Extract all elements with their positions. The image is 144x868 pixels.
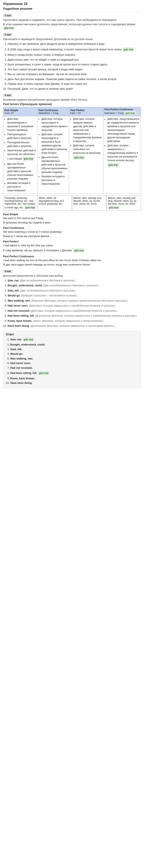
page-title: Упражнение 10: [3, 2, 141, 6]
ex-past-perf-ru: К тому времени, как вы пришли, я поговор…: [3, 248, 141, 253]
ex-past-perf-title: Past Perfect: [3, 240, 141, 243]
sentence-3: Минуту назад Колин сказал «пока» и покин…: [8, 53, 141, 57]
col-past-simple: Past SimpleV-ed, V2: [3, 107, 37, 116]
step4-item-8: Had been sitting, fell. (Длительное дейс…: [8, 314, 141, 318]
ex-past-simple-en: We went to the cinema last Friday.: [3, 216, 141, 220]
watermark-2: gdz.top: [122, 47, 134, 52]
page-container: Упражнение 10 Подробное решение 1 шаг Пр…: [3, 2, 141, 388]
answer-4: Would go.: [10, 352, 138, 356]
ex-past-perf-en: I had talked to John by the time you cam…: [3, 243, 141, 248]
step-3: 3 шаг Вспомним правила употребления прош…: [3, 94, 141, 267]
answer-2: Bought, understood, could.: [10, 343, 138, 347]
answer-5: Was walking, met.: [10, 356, 138, 361]
step-4-badge: 4 шаг: [3, 270, 12, 273]
examples-block: Past Simple We went to the cinema last F…: [3, 213, 141, 267]
tense-table-section: Past tenses (Прошедшее времена) Past Sim…: [3, 102, 141, 211]
sentence-9: Поверь мне, я очень хорошо знаю Джима. Я…: [8, 82, 141, 86]
past-continuous-uses: Действие, которое происходило в определё…: [37, 116, 69, 194]
ex-past-perf-cont-ru: Я два часа ждал своей очереди на почте, …: [3, 262, 141, 267]
step-4-desc: Дополним предложения и объясним наш выбо…: [3, 274, 141, 277]
answer-8: Had been sitting, fell. gdz.top: [10, 370, 138, 376]
page-subtitle: Подробное решение: [3, 7, 141, 10]
sentence-7: Мы не смогли отправить во Францию, так к…: [8, 72, 141, 76]
watermark-6: gdz.top: [107, 163, 119, 167]
answer-3: Said, left.: [10, 347, 138, 351]
step4-item-4: Would go. (Будущее в прошлом — will меня…: [8, 293, 141, 298]
step4-item-1: Saw, ran. (Два последовательных действия…: [8, 278, 141, 283]
step-1-task: В этом задании нам нужно дополнить предл…: [3, 23, 141, 30]
step4-item-7: Had not received. (Действие, которое зав…: [8, 309, 141, 313]
step4-item-6: Had never seen. (Действие, которое завер…: [8, 304, 141, 308]
watermark-8: gdz.top: [108, 206, 119, 209]
step4-item-2: Bought, understood, could. (Два последов…: [8, 283, 141, 287]
sentence-1: Наконец-то мы приехали. Дети увидели реч…: [8, 42, 141, 46]
step4-item-9: Know, have known. (Факт: действие, котор…: [8, 319, 141, 323]
ex-past-cont-title: Past Continuous: [3, 226, 141, 229]
col-past-perfect-continuous: Past Perfect ContinuousHad been + V-ing …: [103, 107, 141, 116]
sentence-8: День был достаточно жарким. Пожилая дама…: [8, 77, 141, 81]
past-perfect-uses: Действие, которое предшествовало другому…: [69, 116, 103, 194]
time-words-row: Yesterday, yesterday morning/evening, et…: [3, 196, 141, 211]
time-past-simple: Yesterday, yesterday morning/evening, et…: [3, 196, 37, 211]
tense-table-title: Past tenses (Прошедшее времена): [3, 102, 141, 106]
answer-6: Had never seen.: [10, 361, 138, 365]
watermark-5: gdz.top: [73, 155, 84, 160]
ex-past-perf-cont-en: I had been waiting my turn at the post o…: [3, 258, 141, 262]
sentence-2: В 2009 году, когда я купил новый компьют…: [8, 47, 141, 52]
answer-10: Have been doing.: [10, 381, 138, 385]
answer-7: Had not received.: [10, 366, 138, 370]
watermark-4: gdz.top: [23, 156, 34, 161]
answer-label: Ответ: [6, 333, 138, 336]
time-past-perf-cont: Before, after, already just, long, till/…: [106, 196, 141, 211]
step-1-badge: 1 шаг: [3, 14, 12, 17]
step-2-badge: 2 шаг: [3, 33, 12, 36]
sentence-10: Послушай, Джек, что ты делал в течение т…: [8, 87, 141, 91]
step-4: 4 шаг Дополним предложения и объясним на…: [3, 270, 141, 328]
step-4-list: Saw, ran. (Два последовательных действия…: [3, 278, 141, 328]
watermark-3: gdz.top: [124, 111, 136, 115]
step-2: 2 шаг Прочитайте и переведите предложени…: [3, 33, 141, 91]
watermark-11: gdz.top: [38, 371, 49, 375]
tense-row-uses: Действие, произошедшее в прошлом (с указ…: [3, 116, 141, 194]
answer-list: Saw, ran. gdz.top Bought, understood, co…: [6, 337, 138, 385]
answer-9: Know, have known.: [10, 376, 138, 380]
watermark-9: gdz.top: [73, 248, 85, 253]
col-past-continuous: Past ContinuousWas/Were + V-ing: [37, 107, 69, 116]
sentence-6: Это был самый лучший фильм, который я ко…: [8, 67, 141, 71]
ex-past-perf-cont-title: Past Perfect Continuous: [3, 255, 141, 258]
sentence-4: Джек сказал мне, что он пойдёт с нами в …: [8, 58, 141, 62]
step-3-badge: 3 шаг: [3, 94, 12, 97]
step-1-desc: Прочитайте задание и подумайте, что нам …: [3, 18, 141, 22]
watermark-7: gdz.top: [24, 206, 36, 209]
step-2-desc: Прочитайте и переведите предложения. Доп…: [3, 37, 141, 41]
time-past-perf: Before, after, already, just, till/until…: [72, 196, 107, 211]
watermark-10: gdz.top: [23, 337, 34, 342]
answer-1: Saw, ran. gdz.top: [10, 337, 138, 342]
step-2-sentences: Наконец-то мы приехали. Дети увидели реч…: [3, 42, 141, 91]
answer-section: Ответ Saw, ran. gdz.top Bought, understo…: [3, 331, 141, 388]
ex-past-cont-ru: Вчера в 7 часов мы смотрели фильм.: [3, 234, 141, 238]
ex-past-simple-title: Past Simple: [3, 213, 141, 216]
watermark-1: gdz.top: [3, 26, 14, 30]
ex-past-simple-ru: В прошлую пятницу мы ходили в кино.: [3, 221, 141, 225]
step4-item-10: Have been doing. (Длительное действие, к…: [8, 324, 141, 328]
step4-item-5: Was walking, met. (Короткое действие, ко…: [8, 299, 141, 303]
time-past-cont: While, when, all day/night/morning, at 5…: [37, 196, 72, 211]
past-perfect-cont-uses: Действие, продолжавшееся до определённог…: [103, 116, 141, 194]
sentence-5: Было воскресенье, я гулял в парке, когда…: [8, 62, 141, 67]
past-simple-uses: Действие, произошедшее в прошлом (с указ…: [3, 116, 37, 194]
step-3-desc: Вспомним правила употребления прошедших …: [3, 98, 141, 101]
step4-item-3: Said, left. (Два последовательных действ…: [8, 288, 141, 293]
tense-table: Past SimpleV-ed, V2 Past ContinuousWas/W…: [3, 107, 141, 194]
ex-past-cont-en: We were watching a movie at 7 o'clock ye…: [3, 230, 141, 234]
col-past-perfect: Past PerfectHad + V3: [69, 107, 103, 116]
step-1: 1 шаг Прочитайте задание и подумайте, чт…: [3, 14, 141, 30]
